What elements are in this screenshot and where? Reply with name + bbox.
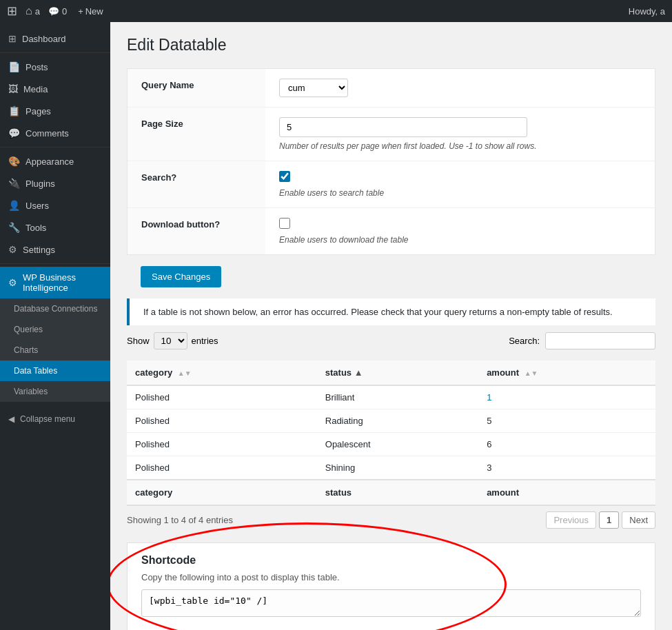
users-icon: 👤 bbox=[8, 200, 20, 211]
sidebar-label-wpbi: WP Business Intelligence bbox=[23, 272, 102, 293]
sidebar-item-datatables[interactable]: Data Tables bbox=[0, 360, 110, 381]
datatable-controls: Show 10 25 50 entries Search: bbox=[127, 332, 655, 354]
cell-amount: 5 bbox=[478, 409, 655, 433]
pagination: Previous 1 Next bbox=[546, 511, 655, 529]
shortcode-description: Copy the following into a post to displa… bbox=[141, 572, 641, 582]
adminbar-howdy: Howdy, a bbox=[629, 6, 665, 17]
search-hint: Enable users to search table bbox=[279, 188, 641, 198]
cell-status: Opalescent bbox=[317, 433, 478, 456]
entries-select[interactable]: 10 25 50 bbox=[154, 332, 187, 349]
sidebar-label-media: Media bbox=[23, 84, 48, 94]
cell-category: Polished bbox=[127, 433, 317, 456]
table-row: PolishedOpalescent6 bbox=[127, 433, 655, 456]
home-icon: ⌂ bbox=[26, 5, 32, 17]
query-name-label: Query Name bbox=[128, 69, 265, 108]
sidebar-label-posts: Posts bbox=[26, 62, 48, 72]
collapse-menu[interactable]: ◀ Collapse menu bbox=[0, 407, 110, 431]
search-label: Search? bbox=[128, 161, 265, 208]
page-1-button[interactable]: 1 bbox=[599, 511, 619, 529]
entries-label: entries bbox=[192, 336, 218, 346]
sidebar-label-users: Users bbox=[26, 201, 49, 211]
sidebar-item-users[interactable]: 👤 Users bbox=[0, 194, 110, 216]
sidebar-label-pages: Pages bbox=[26, 106, 51, 116]
table-search-input[interactable] bbox=[545, 332, 655, 349]
cell-category: Polished bbox=[127, 409, 317, 433]
sidebar-label-queries: Queries bbox=[14, 325, 43, 334]
cell-status: Radiating bbox=[317, 409, 478, 433]
admin-bar: ⊞ ⌂ a 💬 0 + New Howdy, a bbox=[0, 0, 672, 22]
previous-button[interactable]: Previous bbox=[546, 511, 596, 529]
show-entries: Show 10 25 50 entries bbox=[127, 332, 218, 349]
next-button[interactable]: Next bbox=[622, 511, 655, 529]
sidebar: ⊞ Dashboard 📄 Posts 🖼 Media 📋 Pages 💬 Co… bbox=[0, 22, 110, 630]
sidebar-item-wpbi[interactable]: ⚙ WP Business Intelligence bbox=[0, 267, 110, 298]
wp-logo-icon[interactable]: ⊞ bbox=[7, 3, 17, 19]
col-category[interactable]: category ▲▼ bbox=[127, 360, 317, 385]
plugins-icon: 🔌 bbox=[8, 178, 20, 189]
download-row: Download button? Enable users to downloa… bbox=[128, 208, 655, 255]
sidebar-item-appearance[interactable]: 🎨 Appearance bbox=[0, 150, 110, 172]
media-icon: 🖼 bbox=[8, 83, 18, 94]
sidebar-item-media[interactable]: 🖼 Media bbox=[0, 78, 110, 100]
download-checkbox[interactable] bbox=[279, 218, 290, 229]
sidebar-item-queries[interactable]: Queries bbox=[0, 319, 110, 340]
collapse-icon: ◀ bbox=[8, 414, 14, 424]
comment-icon: 💬 bbox=[48, 6, 59, 17]
settings-form: Query Name cum Page Size Number of resul… bbox=[128, 69, 655, 254]
sidebar-item-pages[interactable]: 📋 Pages bbox=[0, 100, 110, 122]
sidebar-label-plugins: Plugins bbox=[26, 179, 55, 189]
sidebar-item-tools[interactable]: 🔧 Tools bbox=[0, 216, 110, 238]
foot-col-category: category bbox=[127, 480, 317, 505]
sidebar-label-db: Database Connections bbox=[14, 304, 97, 314]
cell-amount[interactable]: 1 bbox=[478, 385, 655, 409]
page-size-input[interactable] bbox=[279, 117, 527, 137]
sidebar-item-posts[interactable]: 📄 Posts bbox=[0, 56, 110, 78]
sidebar-label-settings: Settings bbox=[23, 245, 55, 255]
form-section: Query Name cum Page Size Number of resul… bbox=[127, 68, 655, 255]
sidebar-item-db[interactable]: Database Connections bbox=[0, 298, 110, 319]
search-checkbox[interactable] bbox=[279, 171, 290, 182]
sidebar-item-variables[interactable]: Variables bbox=[0, 381, 110, 402]
query-name-row: Query Name cum bbox=[128, 69, 655, 108]
save-changes-button[interactable]: Save Changes bbox=[141, 266, 221, 287]
sidebar-label-tools: Tools bbox=[26, 223, 46, 233]
cell-status: Shining bbox=[317, 456, 478, 480]
table-search: Search: bbox=[509, 332, 655, 349]
tools-icon: 🔧 bbox=[8, 222, 20, 233]
adminbar-home[interactable]: ⌂ a bbox=[26, 5, 40, 17]
cell-status: Brilliant bbox=[317, 385, 478, 409]
sidebar-item-charts[interactable]: Charts bbox=[0, 340, 110, 360]
sidebar-label-comments: Comments bbox=[26, 128, 69, 139]
download-hint: Enable users to download the table bbox=[279, 235, 641, 245]
main-content: Edit Datatable Query Name cum Page Size bbox=[110, 22, 672, 630]
table-footer: Showing 1 to 4 of 4 entries Previous 1 N… bbox=[127, 511, 655, 529]
sidebar-item-dashboard[interactable]: ⊞ Dashboard bbox=[0, 28, 110, 50]
collapse-label: Collapse menu bbox=[20, 414, 75, 424]
search-field-label: Search: bbox=[509, 336, 540, 346]
sidebar-item-plugins[interactable]: 🔌 Plugins bbox=[0, 172, 110, 194]
search-row: Search? Enable users to search table bbox=[128, 161, 655, 208]
sort-amount-icon: ▲▼ bbox=[525, 369, 538, 377]
query-name-select[interactable]: cum bbox=[279, 79, 348, 97]
sidebar-label-charts: Charts bbox=[14, 345, 38, 355]
shortcode-input[interactable]: [wpbi_table id="10" /] bbox=[141, 589, 641, 617]
sidebar-item-settings[interactable]: ⚙ Settings bbox=[0, 238, 110, 261]
sidebar-label-dashboard: Dashboard bbox=[22, 34, 66, 44]
showing-text: Showing 1 to 4 of 4 entries bbox=[127, 515, 233, 525]
page-title: Edit Datatable bbox=[127, 36, 655, 54]
foot-col-status: status bbox=[317, 480, 478, 505]
cell-amount: 3 bbox=[478, 456, 655, 480]
adminbar-new[interactable]: + New bbox=[78, 6, 103, 17]
sort-category-icon: ▲▼ bbox=[178, 369, 192, 377]
cell-category: Polished bbox=[127, 385, 317, 409]
shortcode-section: Shortcode Copy the following into a post… bbox=[127, 542, 655, 630]
adminbar-comments[interactable]: 💬 0 bbox=[48, 6, 67, 17]
cell-category: Polished bbox=[127, 456, 317, 480]
table-row: PolishedShining3 bbox=[127, 456, 655, 480]
cell-amount: 6 bbox=[478, 433, 655, 456]
sidebar-label-datatables: Data Tables bbox=[14, 366, 57, 376]
col-amount[interactable]: amount ▲▼ bbox=[478, 360, 655, 385]
sidebar-item-comments[interactable]: 💬 Comments bbox=[0, 122, 110, 144]
page-size-label: Page Size bbox=[128, 108, 265, 161]
col-status[interactable]: status ▲ bbox=[317, 360, 478, 385]
